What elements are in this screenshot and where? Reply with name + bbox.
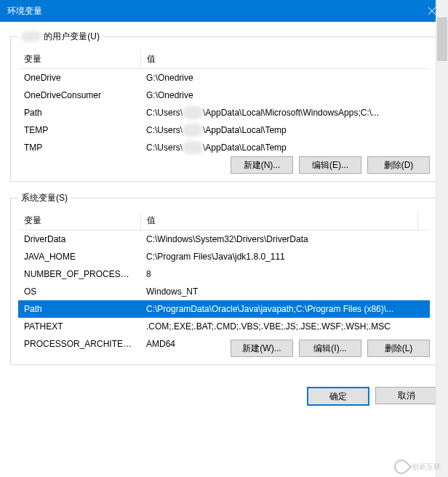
titlebar: 环境变量 [0, 0, 448, 22]
var-name: DriverData [18, 231, 140, 249]
var-name: JAVA_HOME [18, 248, 140, 265]
scroll-thumb[interactable] [437, 17, 447, 61]
var-value: .COM;.EXE;.BAT;.CMD;.VBS;.VBE;.JS;.JSE;.… [140, 318, 430, 335]
watermark-logo-icon [391, 457, 412, 477]
var-value: G:\Onedrive [140, 69, 430, 87]
system-vars-legend: 系统变量(S) [18, 192, 71, 204]
var-name: OS [18, 283, 140, 300]
system-vars-table-wrap: 变量 值 DriverData C:\Windows\System32\Driv… [18, 212, 430, 340]
close-icon [428, 7, 436, 15]
col-value[interactable]: 值 [140, 212, 417, 231]
system-new-button[interactable]: 新建(W)... [231, 340, 293, 357]
var-value: C:\Users\xxxx\AppData\Local\Temp [140, 139, 430, 156]
table-row-selected[interactable]: Path C:\ProgramData\Oracle\Java\javapath… [18, 300, 430, 318]
var-value: C:\ProgramData\Oracle\Java\javapath;C:\P… [140, 300, 430, 318]
table-row[interactable]: Path C:\Users\xxxx\AppData\Local\Microso… [18, 104, 430, 121]
var-name: OneDriveConsumer [18, 87, 140, 104]
var-value: C:\Program Files\Java\jdk1.8.0_111 [140, 248, 430, 265]
user-new-button[interactable]: 新建(N)... [231, 156, 293, 174]
col-name[interactable]: 变量 [18, 50, 140, 69]
dialog-footer: 确定 取消 [0, 382, 448, 406]
table-row[interactable]: PATHEXT .COM;.EXE;.BAT;.CMD;.VBS;.VBE;.J… [18, 318, 430, 335]
table-header-row: 变量 值 [18, 50, 430, 69]
user-edit-button[interactable]: 编辑(E)... [299, 156, 361, 174]
ok-button[interactable]: 确定 [307, 387, 369, 406]
col-spacer [417, 212, 430, 231]
var-value: C:\Users\xxxx\AppData\Local\Temp [140, 121, 430, 139]
system-edit-button[interactable]: 编辑(I)... [299, 340, 361, 357]
system-vars-table[interactable]: 变量 值 DriverData C:\Windows\System32\Driv… [18, 212, 430, 353]
scrollbar[interactable] [436, 0, 448, 477]
watermark: 创新互联 [394, 460, 441, 474]
dialog-content: xxxx 的用户变量(U) 变量 值 OneDrive G:\Onedrive [0, 22, 448, 382]
var-name: Path [18, 104, 140, 121]
var-name: PATHEXT [18, 318, 140, 335]
table-row[interactable]: OneDriveConsumer G:\Onedrive [18, 87, 430, 104]
user-button-row: 新建(N)... 编辑(E)... 删除(D) [18, 156, 430, 174]
var-value: 8 [140, 265, 430, 283]
var-name: TMP [18, 139, 140, 156]
window-title: 环境变量 [7, 5, 441, 17]
table-header-row: 变量 值 [18, 212, 430, 231]
table-row[interactable]: OneDrive G:\Onedrive [18, 69, 430, 87]
col-name[interactable]: 变量 [18, 212, 140, 231]
var-value: Windows_NT [140, 283, 430, 300]
table-row[interactable]: OS Windows_NT [18, 283, 430, 300]
var-name: OneDrive [18, 69, 140, 87]
col-value[interactable]: 值 [140, 50, 430, 69]
var-name: Path [18, 300, 140, 318]
table-row[interactable]: TEMP C:\Users\xxxx\AppData\Local\Temp [18, 121, 430, 139]
var-name: TEMP [18, 121, 140, 139]
var-value: G:\Onedrive [140, 87, 430, 104]
user-delete-button[interactable]: 删除(D) [367, 156, 430, 174]
var-name: NUMBER_OF_PROCESSORS [18, 265, 140, 283]
table-row[interactable]: NUMBER_OF_PROCESSORS 8 [18, 265, 430, 283]
cancel-button[interactable]: 取消 [375, 387, 438, 404]
var-value: C:\Users\xxxx\AppData\Local\Microsoft\Wi… [140, 104, 430, 121]
var-name: PROCESSOR_ARCHITECT... [18, 335, 140, 353]
user-vars-table-wrap: 变量 值 OneDrive G:\Onedrive OneDriveConsum… [18, 50, 430, 156]
user-vars-legend: xxxx 的用户变量(U) [18, 31, 103, 43]
user-vars-group: xxxx 的用户变量(U) 变量 值 OneDrive G:\Onedrive [10, 31, 438, 182]
table-row[interactable]: JAVA_HOME C:\Program Files\Java\jdk1.8.0… [18, 248, 430, 265]
username-redacted: xxxx [21, 31, 41, 41]
system-delete-button[interactable]: 删除(L) [367, 340, 430, 357]
var-value: C:\Windows\System32\Drivers\DriverData [140, 231, 430, 249]
user-vars-table[interactable]: 变量 值 OneDrive G:\Onedrive OneDriveConsum… [18, 50, 430, 156]
table-row[interactable]: DriverData C:\Windows\System32\Drivers\D… [18, 231, 430, 249]
table-row[interactable]: TMP C:\Users\xxxx\AppData\Local\Temp [18, 139, 430, 156]
system-vars-group: 系统变量(S) 变量 值 DriverData C:\Windows\Syste… [10, 192, 438, 365]
